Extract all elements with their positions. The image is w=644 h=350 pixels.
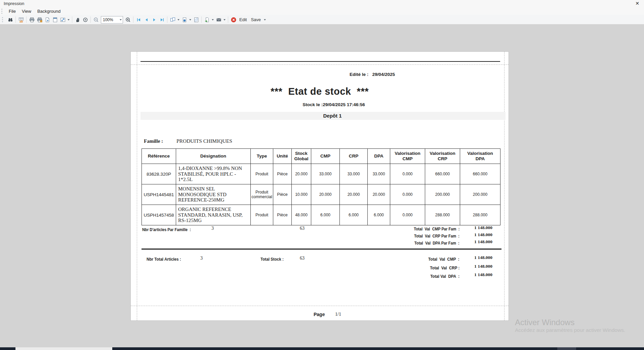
table-cell: 20.000 bbox=[340, 184, 368, 205]
print-options-icon[interactable] bbox=[36, 16, 43, 24]
table-cell: 20.000 bbox=[311, 184, 340, 205]
taskbar-segment-mid bbox=[557, 347, 576, 350]
table-cell: 10.000 bbox=[292, 184, 311, 205]
grand-stock-label: Total Stock : bbox=[260, 257, 287, 262]
edited-value: 29/04/2025 bbox=[372, 72, 395, 77]
grand-total-cmp-label: Total Val CMP : bbox=[423, 257, 459, 262]
app-window: { "window": { "title": "Impression", "cl… bbox=[0, 0, 644, 350]
table-cell: 200.000 bbox=[425, 184, 460, 205]
table-cell: 0.000 bbox=[390, 164, 425, 184]
export-dropdown-icon[interactable] bbox=[212, 19, 214, 20]
table-cell: 660.000 bbox=[460, 164, 500, 184]
table-cell: 6.000 bbox=[340, 205, 368, 225]
toolbar-separator bbox=[15, 16, 16, 23]
margin-guide-top bbox=[131, 64, 509, 65]
zoom-level-dropdown-icon[interactable] bbox=[120, 19, 122, 20]
fit-scale-icon[interactable] bbox=[59, 16, 67, 24]
preview-work-area[interactable]: Edité le : 29/04/2025 *** Etat de stock … bbox=[0, 24, 644, 347]
zoom-in-icon[interactable] bbox=[124, 16, 132, 24]
table-cell: 33.000 bbox=[340, 164, 368, 184]
family-total-dpa-label: Total Val DPA Par Fam : bbox=[407, 240, 459, 246]
family-total-crp-label: Total Val CRP Par Fam : bbox=[407, 233, 459, 238]
toolbar-separator bbox=[228, 16, 228, 23]
menu-view[interactable]: View bbox=[19, 8, 34, 14]
page-footer-value: 1/1 bbox=[335, 312, 341, 317]
family-total-cmp-value: 1 148.000 bbox=[474, 225, 492, 230]
last-page-icon[interactable] bbox=[158, 16, 166, 24]
windows-activation-watermark-line1: Activer Windows bbox=[515, 318, 574, 327]
column-header: CMP bbox=[311, 149, 340, 164]
zoom-level-value[interactable]: 100% bbox=[101, 17, 119, 22]
edit-button[interactable]: Edit bbox=[237, 17, 249, 22]
table-cell: 0.000 bbox=[390, 184, 425, 205]
taskbar-segment-light bbox=[15, 347, 112, 350]
zoom-out-icon[interactable] bbox=[92, 16, 100, 24]
toolbar-grip-icon bbox=[2, 17, 4, 22]
print-icon[interactable] bbox=[28, 16, 36, 24]
depot-banner: Depôt 1 bbox=[140, 112, 506, 120]
table-cell: Pièce bbox=[273, 205, 292, 225]
family-total-crp-value: 1 148.000 bbox=[474, 232, 492, 237]
menu-file[interactable]: File bbox=[6, 8, 19, 14]
grand-articles-value: 3 bbox=[200, 256, 203, 261]
find-icon[interactable] bbox=[6, 16, 14, 24]
table-cell: 48.000 bbox=[292, 205, 311, 225]
close-window-icon[interactable]: ✕ bbox=[634, 1, 641, 6]
watermark-icon[interactable] bbox=[192, 16, 200, 24]
taskbar-sliver bbox=[0, 347, 644, 350]
table-cell: USPH1457458 bbox=[142, 205, 176, 225]
totals-separator-rule bbox=[142, 249, 501, 250]
fit-scale-dropdown-icon[interactable] bbox=[68, 19, 70, 20]
report-title: *** Etat de stock *** bbox=[131, 86, 509, 97]
grand-total-crp-value: 1 148.000 bbox=[474, 264, 492, 269]
family-articles-value: 3 bbox=[211, 226, 214, 231]
table-cell: 33.000 bbox=[311, 164, 340, 184]
svg-text:ab: ab bbox=[19, 20, 23, 23]
table-cell: Produit commercial bbox=[251, 184, 273, 205]
zoom-dynamic-icon[interactable] bbox=[81, 16, 89, 24]
grand-articles-label: Nbr Total Articles : bbox=[147, 257, 187, 262]
next-page-icon[interactable] bbox=[150, 16, 158, 24]
email-dropdown-icon[interactable] bbox=[224, 19, 226, 20]
grand-total-cmp-value: 1 148.000 bbox=[474, 255, 492, 260]
table-cell: 83628.320P bbox=[142, 164, 176, 184]
close-preview-icon[interactable] bbox=[230, 16, 237, 24]
grand-total-dpa-value: 1 148.000 bbox=[474, 272, 492, 277]
table-cell: USPH1445481 bbox=[142, 184, 176, 205]
page-footer-label: Page bbox=[314, 312, 325, 317]
page-setup-icon[interactable] bbox=[51, 16, 59, 24]
page-color-icon[interactable] bbox=[180, 16, 188, 24]
table-cell: Pièce bbox=[273, 184, 292, 205]
email-icon[interactable] bbox=[215, 16, 223, 24]
multipage-dropdown-icon[interactable] bbox=[177, 19, 179, 20]
stock-date-line: Stock le :29/04/2025 17:46:56 bbox=[159, 102, 509, 107]
table-cell: 1,4-DIOXANNE >99.8% NON STABILISÉ, POUR … bbox=[176, 164, 251, 184]
zoom-level-combobox[interactable]: 100% bbox=[101, 16, 123, 24]
toolbar-grip-icon bbox=[1, 9, 4, 14]
multipage-view-icon[interactable] bbox=[169, 16, 176, 24]
page-color-dropdown-icon[interactable] bbox=[189, 19, 191, 20]
toolbar: ab 100% bbox=[0, 15, 644, 25]
column-header: Référence bbox=[142, 149, 176, 164]
grand-stock-value: 63 bbox=[300, 256, 305, 261]
column-header: Valorisation CRP bbox=[425, 149, 460, 164]
previous-page-icon[interactable] bbox=[143, 16, 150, 24]
edited-date-line: Edité le : 29/04/2025 bbox=[342, 67, 395, 82]
save-dropdown-icon[interactable] bbox=[264, 19, 266, 20]
search-fields-icon[interactable]: ab bbox=[17, 16, 25, 24]
hand-tool-icon[interactable] bbox=[74, 16, 81, 24]
table-cell: 33.000 bbox=[368, 164, 390, 184]
grand-total-crp-label: Total Val CRP : bbox=[425, 265, 459, 270]
title-bar: Impression ✕ bbox=[0, 0, 644, 7]
menu-background[interactable]: Background bbox=[34, 8, 64, 14]
toolbar-separator bbox=[72, 16, 72, 23]
table-cell: MONENSIN SEL MONOSODIQUE STD REFERENCE-2… bbox=[176, 184, 251, 205]
family-articles-label: Nbr D'articles Par Famille : bbox=[142, 227, 199, 232]
save-button[interactable]: Save bbox=[249, 17, 263, 22]
window-title: Impression bbox=[0, 1, 24, 6]
first-page-icon[interactable] bbox=[135, 16, 143, 24]
family-total-cmp-label: Total Val CMP Par Fam : bbox=[406, 226, 459, 231]
export-icon[interactable] bbox=[203, 16, 211, 24]
page-margins-icon[interactable] bbox=[43, 16, 51, 24]
table-cell: 288.000 bbox=[425, 205, 460, 225]
